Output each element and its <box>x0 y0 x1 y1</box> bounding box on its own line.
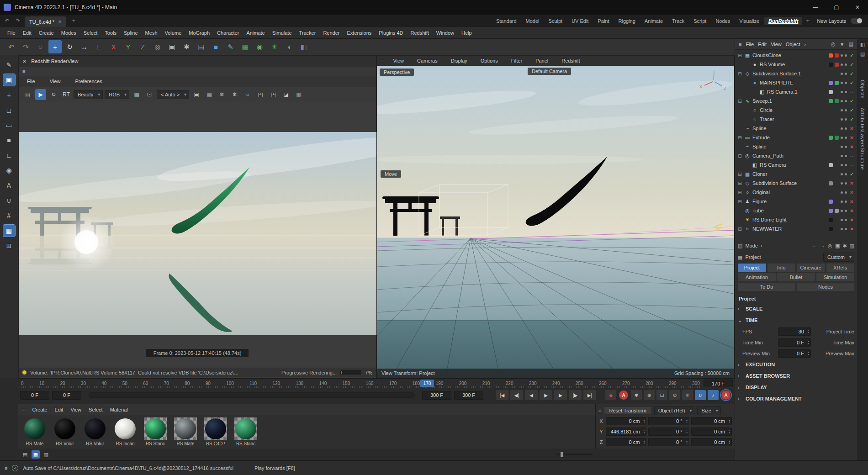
render-visibility-dot[interactable] <box>845 173 847 175</box>
object-row[interactable]: ⊞ ○ Original <box>735 188 857 197</box>
ui-toggle[interactable] <box>851 18 863 24</box>
tag-chip[interactable] <box>835 63 839 67</box>
editor-visibility-dot[interactable] <box>841 201 843 203</box>
editor-visibility-dot[interactable] <box>841 118 843 121</box>
tag-chip[interactable] <box>829 181 833 185</box>
menu-item[interactable]: Tracker <box>296 28 320 38</box>
material-item[interactable]: RS Volur <box>82 417 108 446</box>
viewport-menu-item[interactable]: Options <box>477 56 502 66</box>
mode-caret-icon[interactable]: › <box>761 243 762 248</box>
menu-item[interactable]: Edit <box>19 28 35 38</box>
attribute-section-header[interactable]: › DISPLAY <box>738 382 854 392</box>
dock-tab[interactable]: Attributes <box>860 108 865 131</box>
material-item[interactable]: RS C4D ! <box>203 417 228 446</box>
attribute-section-header[interactable]: › SCALE <box>738 304 854 314</box>
position-field[interactable]: 446.8181 cm <box>606 428 646 436</box>
tag-chip[interactable] <box>829 172 833 176</box>
render-visibility-dot[interactable] <box>845 63 847 66</box>
renderview-menu-item[interactable]: View <box>46 76 64 86</box>
reset-transform-button[interactable]: Reset Transform <box>604 406 651 415</box>
attribute-tab[interactable]: Cineware <box>797 264 825 272</box>
tag-chip[interactable] <box>835 53 839 58</box>
editor-visibility-dot[interactable] <box>841 210 843 212</box>
enable-toggle[interactable] <box>849 90 855 95</box>
layout-tab[interactable]: Standard <box>492 17 521 25</box>
enable-toggle[interactable] <box>849 153 855 158</box>
tag-chip[interactable] <box>835 154 839 158</box>
z-axis-button[interactable]: Z <box>136 40 149 53</box>
auto-resolution-dropdown[interactable]: < Auto > <box>157 90 189 99</box>
next-frame-button[interactable]: ▶ <box>554 390 567 401</box>
object-row[interactable]: ~ Spline <box>735 124 857 133</box>
checker-icon[interactable]: ▦ <box>131 89 142 100</box>
record-pla-button[interactable]: ∪ <box>694 390 706 401</box>
hamburger-icon[interactable]: ≡ <box>739 42 741 47</box>
pen-tool-icon[interactable]: ✎ <box>3 59 15 71</box>
render-visibility-dot[interactable] <box>845 219 847 221</box>
add-tab-button[interactable]: + <box>69 17 78 24</box>
attribute-tab[interactable]: Animation <box>738 273 776 281</box>
current-frame-field[interactable]: 170 F <box>704 380 733 387</box>
enable-toggle[interactable] <box>849 144 855 149</box>
enable-toggle[interactable] <box>849 71 855 76</box>
editor-visibility-dot[interactable] <box>841 182 843 185</box>
viewport-menu-item[interactable]: Redshift <box>558 56 583 66</box>
tag-chip[interactable] <box>835 218 839 222</box>
forward-icon[interactable]: → <box>820 243 825 248</box>
numeric-field[interactable]: 0 F <box>778 349 811 358</box>
object-row[interactable]: ⊞ ◇ Subdivision Surface <box>735 179 857 188</box>
render-visibility-dot[interactable] <box>845 210 847 212</box>
object-row[interactable]: ● MAINSPHERE <box>735 78 857 87</box>
back-icon[interactable]: ← <box>812 243 817 248</box>
cube-icon[interactable]: ■ <box>3 134 15 146</box>
record-rotation-button[interactable]: ⊙ <box>669 390 681 401</box>
menu-item[interactable]: Plugins 4D <box>375 28 407 38</box>
editor-visibility-dot[interactable] <box>841 73 843 75</box>
view-label[interactable]: Perspective <box>380 69 414 76</box>
rotation-field[interactable]: 0 ° <box>648 428 689 436</box>
dock-tab[interactable]: Structure <box>860 148 865 170</box>
position-field[interactable]: 0 cm <box>606 438 646 446</box>
enable-toggle[interactable] <box>849 53 855 58</box>
tag-chip[interactable] <box>829 63 833 67</box>
new-layouts-button[interactable]: New Layouts <box>813 18 850 24</box>
menu-item[interactable]: Extensions <box>343 28 375 38</box>
snapshot-a-icon[interactable]: ❄ <box>217 89 228 100</box>
menu-item[interactable]: Select <box>80 28 101 38</box>
previous-key-button[interactable]: ◀| <box>510 390 524 401</box>
render-visibility-dot[interactable] <box>845 155 847 157</box>
rotate-tool-icon[interactable]: ↻ <box>63 40 76 53</box>
viewport-menu-item[interactable]: View <box>389 56 408 66</box>
layout-tab[interactable]: Rigging <box>614 17 640 25</box>
slider-thumb[interactable] <box>561 452 563 457</box>
redo-icon[interactable]: ↷ <box>19 40 32 53</box>
filter-icon[interactable]: ▼ <box>840 42 845 47</box>
simulation-button[interactable]: ✳ <box>268 40 281 53</box>
record-parameter-button[interactable]: ≡ <box>682 390 693 401</box>
enable-toggle[interactable] <box>849 126 855 131</box>
zoom-fit-icon[interactable]: ◳ <box>268 89 279 100</box>
detail-view-icon[interactable]: ▥ <box>42 450 50 459</box>
layout-tab[interactable]: Animate <box>640 17 667 25</box>
menu-item[interactable]: Redshift <box>407 28 433 38</box>
render-visibility-dot[interactable] <box>845 100 847 102</box>
material-item[interactable]: RS Volur <box>52 417 78 446</box>
editor-visibility-dot[interactable] <box>841 100 843 102</box>
menu-item[interactable]: File <box>4 28 19 38</box>
custom-dropdown[interactable]: Custom <box>823 253 854 262</box>
model-mode-icon[interactable]: ▣ <box>3 74 15 86</box>
expander-icon[interactable]: ⊞ <box>737 181 742 186</box>
hamburger-icon[interactable]: ≡ <box>5 465 7 471</box>
numeric-field[interactable]: 30 <box>778 327 811 336</box>
object-row[interactable]: ⊞ ▦ Cloner <box>735 169 857 179</box>
render-visibility-dot[interactable] <box>845 82 847 84</box>
expander-icon[interactable]: ⊞ <box>737 172 742 177</box>
editor-visibility-dot[interactable] <box>841 91 843 93</box>
record-scale-button[interactable]: ⊡ <box>656 390 668 401</box>
renderview-menu-item[interactable]: Preferences <box>71 76 106 86</box>
menu-item[interactable]: MoGraph <box>185 28 213 38</box>
editor-visibility-dot[interactable] <box>841 146 843 148</box>
character-button[interactable]: ◧ <box>297 40 310 53</box>
menu-item[interactable]: Help <box>458 28 476 38</box>
attribute-tab[interactable]: Nodes <box>797 283 854 291</box>
